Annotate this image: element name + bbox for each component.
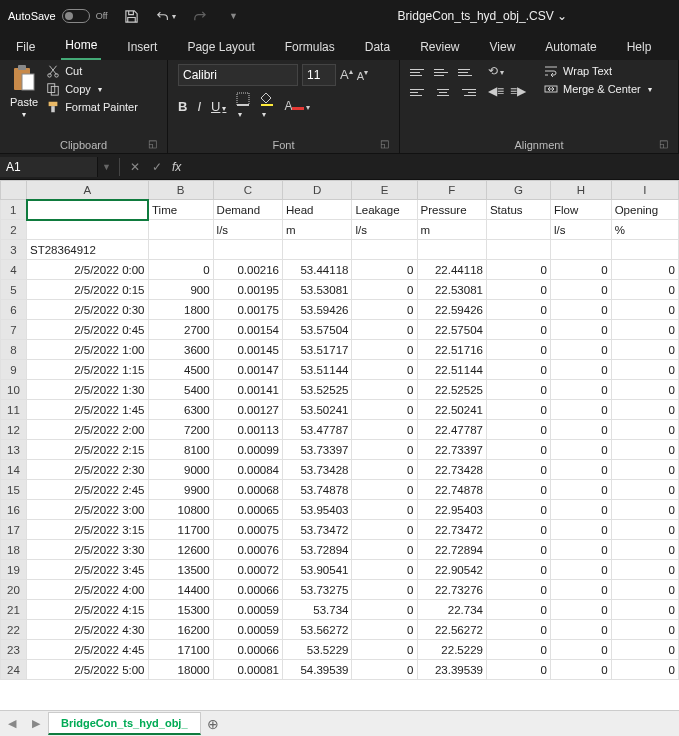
cell[interactable]: 53.73428 [283, 460, 352, 480]
cell[interactable]: 2/5/2022 0:00 [27, 260, 148, 280]
row-header[interactable]: 10 [1, 380, 27, 400]
row-header[interactable]: 17 [1, 520, 27, 540]
row-header[interactable]: 6 [1, 300, 27, 320]
cell[interactable]: % [611, 220, 678, 240]
cell[interactable]: 0 [352, 640, 417, 660]
add-sheet-icon[interactable]: ⊕ [201, 716, 225, 732]
cell[interactable]: 22.57504 [417, 320, 486, 340]
col-header[interactable]: D [283, 181, 352, 200]
cell[interactable]: 900 [148, 280, 213, 300]
cell[interactable]: 15300 [148, 600, 213, 620]
cell[interactable]: 53.73472 [283, 520, 352, 540]
cell[interactable]: 0 [352, 440, 417, 460]
cell[interactable]: 2/5/2022 4:00 [27, 580, 148, 600]
cell[interactable]: 0 [352, 540, 417, 560]
cell[interactable]: 0 [486, 540, 550, 560]
cell[interactable]: 0 [611, 500, 678, 520]
cell[interactable]: 0 [486, 360, 550, 380]
file-name[interactable]: BridgeCon_ts_hyd_obj_.CSV ⌄ [398, 9, 567, 23]
cell[interactable]: 22.59426 [417, 300, 486, 320]
row-header[interactable]: 24 [1, 660, 27, 680]
cell[interactable]: 8100 [148, 440, 213, 460]
row-header[interactable]: 2 [1, 220, 27, 240]
cell[interactable]: 2/5/2022 0:45 [27, 320, 148, 340]
col-header[interactable]: E [352, 181, 417, 200]
cell[interactable]: 7200 [148, 420, 213, 440]
row-header[interactable]: 7 [1, 320, 27, 340]
wrap-text-button[interactable]: Wrap Text [544, 64, 652, 78]
cell[interactable]: 0.00084 [213, 460, 282, 480]
cell[interactable]: 22.72894 [417, 540, 486, 560]
cell[interactable]: 2/5/2022 3:30 [27, 540, 148, 560]
cell[interactable]: 0 [486, 620, 550, 640]
cell[interactable]: 53.47787 [283, 420, 352, 440]
cell[interactable]: 0 [486, 420, 550, 440]
cell[interactable]: 0.00075 [213, 520, 282, 540]
cell[interactable]: 0 [611, 560, 678, 580]
namebox-dropdown-icon[interactable]: ▼ [98, 162, 115, 172]
font-color-button[interactable]: A▾ [284, 99, 310, 113]
cell[interactable]: 53.56272 [283, 620, 352, 640]
cell[interactable]: 0 [611, 440, 678, 460]
qat-dropdown-icon[interactable]: ▼ [224, 6, 244, 26]
cell[interactable]: 0 [486, 300, 550, 320]
align-middle-button[interactable] [434, 64, 452, 80]
cell[interactable]: 0 [611, 640, 678, 660]
cell[interactable]: 53.95403 [283, 500, 352, 520]
cell[interactable]: 0.00195 [213, 280, 282, 300]
cell[interactable]: 0 [486, 640, 550, 660]
cell[interactable]: 11700 [148, 520, 213, 540]
col-header[interactable]: F [417, 181, 486, 200]
cell[interactable]: 0.00059 [213, 600, 282, 620]
cell[interactable]: Demand [213, 200, 282, 220]
cell[interactable]: 2/5/2022 3:45 [27, 560, 148, 580]
cell[interactable]: 12600 [148, 540, 213, 560]
merge-center-button[interactable]: Merge & Center▾ [544, 82, 652, 96]
cell[interactable]: 0 [486, 520, 550, 540]
cell[interactable] [283, 240, 352, 260]
cell[interactable]: l/s [352, 220, 417, 240]
cell[interactable]: 13500 [148, 560, 213, 580]
cell[interactable]: 0 [352, 600, 417, 620]
cell[interactable]: 3600 [148, 340, 213, 360]
cell[interactable]: 6300 [148, 400, 213, 420]
cell[interactable]: 53.73397 [283, 440, 352, 460]
cell[interactable]: 0.00141 [213, 380, 282, 400]
cell[interactable]: 0 [611, 480, 678, 500]
cell[interactable] [27, 220, 148, 240]
col-header[interactable]: B [148, 181, 213, 200]
cell[interactable]: 18000 [148, 660, 213, 680]
cell[interactable]: 0 [486, 480, 550, 500]
cell[interactable]: 0 [550, 540, 611, 560]
cell[interactable]: 0.00081 [213, 660, 282, 680]
align-left-button[interactable] [410, 84, 428, 100]
cell[interactable]: 5400 [148, 380, 213, 400]
row-header[interactable]: 20 [1, 580, 27, 600]
cell[interactable] [486, 220, 550, 240]
cell[interactable]: 17100 [148, 640, 213, 660]
fill-color-button[interactable]: ▾ [260, 92, 274, 120]
decrease-indent-button[interactable]: ◀≡ [488, 84, 504, 100]
cell[interactable]: 0 [352, 280, 417, 300]
cell[interactable]: 0.00059 [213, 620, 282, 640]
cell[interactable]: 53.51717 [283, 340, 352, 360]
cell[interactable]: 0 [352, 340, 417, 360]
cell[interactable]: 0 [550, 660, 611, 680]
cell[interactable]: 1800 [148, 300, 213, 320]
cell[interactable]: 0.00066 [213, 580, 282, 600]
cell[interactable]: 0 [611, 360, 678, 380]
cell[interactable]: 0 [352, 660, 417, 680]
save-icon[interactable] [122, 6, 142, 26]
menu-view[interactable]: View [486, 34, 520, 60]
cell[interactable] [213, 240, 282, 260]
cell[interactable]: 0.00065 [213, 500, 282, 520]
cell[interactable]: 2/5/2022 2:15 [27, 440, 148, 460]
cell[interactable]: 10800 [148, 500, 213, 520]
decrease-font-icon[interactable]: A▾ [357, 68, 368, 82]
clipboard-dialog-icon[interactable]: ◱ [148, 138, 157, 149]
border-button[interactable]: ▾ [236, 92, 250, 120]
row-header[interactable]: 5 [1, 280, 27, 300]
cell[interactable]: 0 [550, 460, 611, 480]
cell[interactable]: 0.00113 [213, 420, 282, 440]
col-header[interactable]: H [550, 181, 611, 200]
